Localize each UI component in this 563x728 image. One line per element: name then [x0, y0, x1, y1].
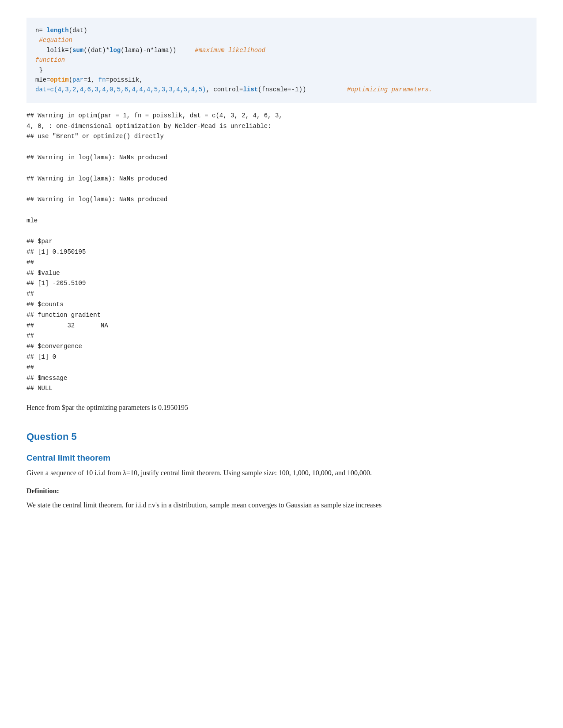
code-dat-call: dat=c(4,3,2,4,6,3,4,0,5,6,4,4,4,5,3,3,4,… — [35, 86, 206, 93]
code-param-par: par — [72, 76, 83, 83]
code-param-fn: fn — [98, 76, 106, 83]
code-control: , control= — [206, 86, 243, 93]
code-indent: lolik=( — [35, 47, 72, 54]
code-keyword-length: length — [46, 27, 68, 34]
code-eq2: =poisslik, — [106, 76, 143, 83]
code-text2: ((dat)* — [83, 47, 110, 54]
code-keyword-sum: sum — [72, 47, 83, 54]
code-keyword-log: log — [110, 47, 121, 54]
output-block: ## Warning in optim(par = 1, fn = poissl… — [26, 111, 537, 394]
definition-text: We state the central limit theorem, for … — [26, 499, 537, 511]
code-optim-args: ( — [69, 76, 72, 83]
code-comment-optim: #optimizing parameters. — [347, 86, 432, 93]
code-keyword-optim: optim — [50, 76, 69, 83]
code-brace: } mle= — [35, 67, 50, 83]
code-fnscale: (fnscale=-1)) — [258, 86, 347, 93]
code-eq1: =1, — [83, 76, 98, 83]
clt-description: Given a sequence of 10 i.i.d from λ=10, … — [26, 467, 537, 479]
definition-label: Definition: — [26, 487, 537, 495]
code-keyword-list: list — [243, 86, 258, 93]
code-var: n= — [35, 27, 46, 34]
code-comment-equation: #equation — [39, 37, 72, 44]
code-text3: (lama)-n*lama)) — [121, 47, 195, 54]
code-block-1: n= length(dat) #equation lolik=(sum((dat… — [26, 18, 537, 103]
clt-subheading: Central limit theorem — [26, 453, 537, 463]
question5-heading: Question 5 — [26, 431, 537, 443]
prose-after-code: Hence from $par the optimizing parameter… — [26, 402, 537, 413]
